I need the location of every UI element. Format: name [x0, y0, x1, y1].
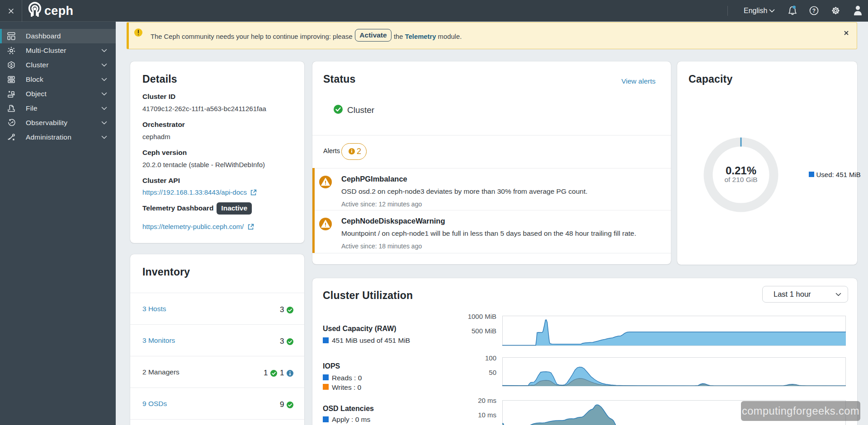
- svg-text:?: ?: [812, 8, 816, 14]
